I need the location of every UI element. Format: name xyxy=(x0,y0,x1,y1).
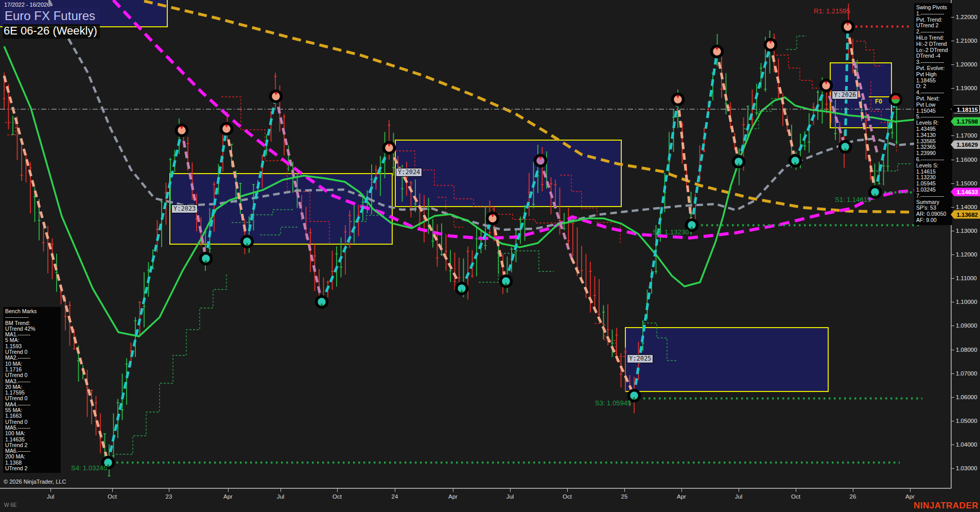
time-tick-mark xyxy=(50,488,51,492)
price-tick-label: 1.05000 xyxy=(956,418,977,424)
swing-low-marker[interactable] xyxy=(870,187,881,198)
panel-line: 1.34130 xyxy=(916,132,950,139)
price-tick-label: 1.13000 xyxy=(956,228,977,234)
date-range-label: 17/2022 - 16/2026 xyxy=(4,2,50,8)
panel-line: Pvt Low xyxy=(916,102,950,108)
price-tick-mark xyxy=(951,160,954,160)
price-tick-mark xyxy=(951,17,954,18)
price-tick-mark xyxy=(951,183,954,184)
price-tag-1.18115: 1.18115 xyxy=(951,105,980,114)
time-tick-label: Jul xyxy=(735,493,743,500)
ninjatrader-chart-window: 17/2022 - 16/2026 Euro FX Futures 6E 06-… xyxy=(0,0,980,512)
price-tick-mark xyxy=(951,373,954,374)
swing-high-marker[interactable] xyxy=(384,143,395,153)
price-tick-mark xyxy=(951,64,954,65)
panel-line: 6.------------- xyxy=(916,157,950,163)
swing-low-marker[interactable] xyxy=(242,236,253,247)
year-box[interactable] xyxy=(395,140,621,207)
time-tick-label: Oct xyxy=(791,493,800,500)
price-tag-1.13682: 1.13682 xyxy=(951,210,980,219)
time-tick-label: Oct xyxy=(108,493,117,500)
swing-pivots-panel: Swing Pivots1.-------------Pvt. Trend:UT… xyxy=(914,3,952,225)
price-tick-label: 1.19000 xyxy=(956,85,977,91)
year-box-label-Y:2025[interactable]: Y:2025 xyxy=(627,354,653,363)
time-tick-label: Oct xyxy=(332,493,342,500)
price-tick-label: 1.22000 xyxy=(956,14,977,20)
time-tick-mark xyxy=(169,488,169,492)
price-tick-label: 1.03000 xyxy=(956,465,977,471)
swing-low-marker[interactable] xyxy=(457,283,467,294)
swing-high-marker[interactable] xyxy=(487,213,498,224)
swing-high-marker[interactable] xyxy=(821,80,832,91)
panel-line: Levels S: xyxy=(916,163,950,169)
swing-high-marker[interactable] xyxy=(712,46,723,57)
panel-line: ------------- xyxy=(5,314,59,320)
time-tick-label: 24 xyxy=(392,493,398,500)
swing-high-marker[interactable] xyxy=(765,40,776,50)
time-tick-label: 23 xyxy=(166,493,172,500)
level-label-S2: S2: 1.13230 xyxy=(653,228,689,236)
swing-low-marker[interactable] xyxy=(201,253,212,264)
price-tick-mark xyxy=(951,88,954,89)
current-bar-marker[interactable] xyxy=(890,94,901,105)
time-tick-mark xyxy=(112,488,113,492)
panel-line: HiLo Trend: xyxy=(916,35,950,41)
price-tag-1.17598: 1.17598 xyxy=(951,117,980,126)
year-box-label-Y:2026[interactable]: Y:2026 xyxy=(832,91,858,99)
level-label-S4: S4: 1.03245 xyxy=(71,464,107,472)
time-tick-label: Apr xyxy=(905,493,915,500)
ninjatrader-logo: NINJATRADER xyxy=(914,501,978,511)
price-tick-mark xyxy=(951,397,954,398)
time-tick-mark xyxy=(910,488,911,492)
copyright-label: © 2026 NinjaTrader, LLC xyxy=(4,479,66,485)
swing-low-marker[interactable] xyxy=(840,142,851,152)
price-tick-mark xyxy=(951,254,954,255)
panel-line: MA2.------- xyxy=(5,355,59,361)
price-tick-mark xyxy=(951,326,954,326)
instrument-series-label: 6E 06-26 (Weekly) xyxy=(3,24,100,39)
panel-line: UTrend 0 xyxy=(5,372,59,378)
price-tick-label: 1.20000 xyxy=(956,61,977,67)
time-tick-label: Apr xyxy=(448,493,458,500)
time-tick-mark xyxy=(510,488,511,492)
price-tick-label: 1.09000 xyxy=(956,322,977,329)
swing-low-marker[interactable] xyxy=(501,276,512,287)
panel-line: 7.------------- xyxy=(916,193,950,199)
panel-line: 100 MA: xyxy=(5,431,59,436)
swing-low-marker[interactable] xyxy=(733,157,744,167)
swing-high-marker[interactable] xyxy=(673,94,684,105)
swing-high-marker[interactable] xyxy=(221,124,232,134)
time-tick-mark xyxy=(796,488,796,492)
chart-canvas[interactable] xyxy=(0,0,980,512)
time-tick-mark xyxy=(395,488,395,492)
year-box-label-Y:2024[interactable]: Y:2024 xyxy=(396,168,422,177)
panel-line: AF: 9.00 xyxy=(916,217,950,224)
price-tick-label: 1.16000 xyxy=(956,157,977,163)
swing-low-marker[interactable] xyxy=(790,156,801,166)
axes-frame-layer xyxy=(0,0,951,488)
level-lines-layer xyxy=(0,26,951,462)
time-tick-mark xyxy=(624,488,625,492)
time-tick-label: 25 xyxy=(621,493,628,500)
time-tick-mark xyxy=(739,488,739,492)
bench-marks-panel: Bench Marks-------------BM Trend:UTrend … xyxy=(3,307,61,473)
panel-line: Pvt. Next: xyxy=(916,96,950,102)
price-tick-mark xyxy=(951,445,954,445)
swing-lines-layer xyxy=(4,27,896,463)
swing-low-marker[interactable] xyxy=(317,297,327,308)
swing-high-marker[interactable] xyxy=(271,91,282,102)
time-tick-label: Jul xyxy=(47,493,55,500)
year-box-label-Y:2023[interactable]: Y:2023 xyxy=(171,204,198,213)
panel-line: Hi:-2 DTrend xyxy=(916,41,950,47)
interval-code-label: W 6E xyxy=(4,502,16,508)
price-tick-mark xyxy=(951,231,954,231)
price-tick-label: 1.07000 xyxy=(956,370,977,377)
level-label-S3: S3: 1.05945 xyxy=(595,399,631,407)
panel-line: 1.43495 xyxy=(916,126,950,132)
swing-high-marker[interactable] xyxy=(177,125,187,136)
time-tick-label: Jul xyxy=(506,493,514,500)
year-box[interactable] xyxy=(625,328,828,391)
swing-high-plum-marker[interactable] xyxy=(535,156,546,166)
swing-high-marker[interactable] xyxy=(843,22,853,32)
time-tick-mark xyxy=(228,488,229,492)
